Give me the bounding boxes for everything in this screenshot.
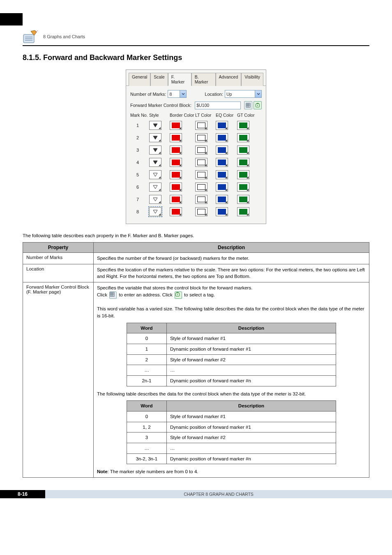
lt-color-picker[interactable] — [195, 170, 208, 179]
grid-headers: Mark No. Style Border Color LT Color EQ … — [130, 113, 262, 118]
style-picker[interactable] — [149, 121, 161, 130]
border-color-picker[interactable] — [170, 170, 182, 179]
mark-row: 5 — [130, 169, 262, 181]
gt-color-picker[interactable] — [237, 158, 249, 167]
color-swatch — [197, 147, 205, 153]
desc-fmcb: Specifies the variable that stores the c… — [94, 282, 369, 478]
tag-select-icon — [175, 291, 182, 299]
chevron-down-icon — [247, 189, 249, 191]
border-color-picker[interactable] — [170, 121, 182, 130]
style-picker[interactable] — [149, 158, 161, 167]
chevron-down-icon — [247, 164, 249, 166]
color-swatch — [218, 172, 226, 178]
mark-no: 2 — [130, 135, 149, 140]
gt-color-picker[interactable] — [237, 121, 249, 130]
footer-copyright: CHAPTER 8 GRAPH AND CHARTS — [45, 492, 392, 497]
fmcb-input[interactable]: $U100 — [195, 102, 241, 109]
border-color-picker[interactable] — [170, 183, 182, 192]
chevron-down-icon — [159, 164, 161, 166]
eq-color-picker[interactable] — [216, 133, 228, 142]
word-cell: 3 — [127, 432, 166, 443]
eq-color-picker[interactable] — [216, 195, 228, 204]
style-picker[interactable] — [149, 170, 161, 179]
chevron-down-icon — [179, 152, 181, 154]
chevron-down-icon — [205, 213, 207, 215]
gt-color-picker[interactable] — [237, 146, 249, 155]
page-number: 8-16 — [0, 491, 45, 497]
style-picker[interactable] — [149, 207, 161, 216]
desc-cell: Dynamic position of forward marker #1 — [166, 344, 336, 355]
location-combo[interactable]: Up — [225, 90, 262, 98]
lt-color-picker[interactable] — [195, 121, 208, 130]
chevron-down-icon — [179, 213, 181, 215]
eq-color-picker[interactable] — [216, 207, 228, 216]
gt-color-picker[interactable] — [237, 170, 249, 179]
tab-visibility[interactable]: Visibility — [241, 73, 263, 86]
chevron-down-icon[interactable] — [255, 90, 262, 98]
hdr-style: Style — [149, 113, 170, 118]
border-color-picker[interactable] — [170, 133, 182, 142]
desc-cell: … — [166, 365, 336, 376]
lt-color-picker[interactable] — [195, 158, 208, 167]
dialog-tabs: General Scale F. Marker B. Marker Advanc… — [126, 70, 266, 86]
gt-color-picker[interactable] — [237, 207, 249, 216]
tab-b-marker[interactable]: B. Marker — [191, 73, 216, 86]
eq-color-picker[interactable] — [216, 183, 228, 192]
mark-no: 3 — [130, 148, 149, 153]
tag-select-icon[interactable] — [254, 101, 262, 109]
inner-th-desc: Description — [166, 401, 336, 412]
desc-cell: Style of forward marker #1 — [166, 333, 336, 344]
tab-scale[interactable]: Scale — [150, 73, 168, 86]
style-picker[interactable] — [149, 133, 161, 142]
chevron-down-icon — [205, 139, 207, 141]
tab-general[interactable]: General — [129, 73, 150, 86]
svg-point-12 — [257, 105, 258, 106]
desc-num-marks: Specifies the number of the forward (or … — [94, 253, 369, 264]
lt-color-picker[interactable] — [195, 146, 208, 155]
hdr-border-color: Border Color — [170, 113, 195, 118]
mark-row: 4 — [130, 156, 262, 169]
color-swatch — [172, 135, 180, 141]
tab-f-marker[interactable]: F. Marker — [168, 73, 191, 86]
num-marks-value[interactable]: 8 — [168, 90, 180, 98]
table-row: 2Style of forward marker #2 — [127, 354, 336, 365]
mark-no: 5 — [130, 172, 149, 177]
inner-table-32bit: Word Description 0Style of forward marke… — [127, 400, 336, 464]
location-value[interactable]: Up — [225, 90, 255, 98]
eq-color-picker[interactable] — [216, 158, 228, 167]
eq-color-picker[interactable] — [216, 121, 228, 130]
inner-th-desc: Description — [166, 323, 336, 333]
eq-color-picker[interactable] — [216, 170, 228, 179]
keypad-icon[interactable] — [244, 101, 252, 109]
gt-color-picker[interactable] — [237, 195, 249, 204]
table-row: Number of Marks Specifies the number of … — [23, 253, 369, 264]
border-color-picker[interactable] — [170, 146, 182, 155]
gt-color-picker[interactable] — [237, 183, 249, 192]
fmcb-desc-pre: Specifies the variable that stores the c… — [97, 285, 252, 290]
lt-color-picker[interactable] — [195, 183, 208, 192]
lt-color-picker[interactable] — [195, 195, 208, 204]
tab-advanced[interactable]: Advanced — [216, 73, 242, 86]
inner-table-16bit: Word Description 0Style of forward marke… — [127, 323, 336, 386]
chevron-down-icon — [247, 176, 249, 178]
lt-color-picker[interactable] — [195, 207, 208, 216]
style-picker[interactable] — [149, 146, 161, 155]
chevron-down-icon — [179, 164, 181, 166]
num-marks-combo[interactable]: 8 — [168, 90, 187, 98]
color-swatch — [172, 209, 180, 215]
chevron-down-icon — [159, 139, 161, 141]
table-row: 1, 2Dynamic position of forward marker #… — [127, 422, 336, 432]
hdr-gt-color: GT Color — [237, 113, 258, 118]
chevron-down-icon — [247, 139, 249, 141]
keypad-icon — [109, 291, 117, 299]
border-color-picker[interactable] — [170, 207, 182, 216]
eq-color-picker[interactable] — [216, 146, 228, 155]
chevron-down-icon[interactable] — [180, 90, 187, 98]
gt-color-picker[interactable] — [237, 133, 249, 142]
style-picker[interactable] — [149, 183, 161, 192]
border-color-picker[interactable] — [170, 195, 182, 204]
border-color-picker[interactable] — [170, 158, 182, 167]
style-picker[interactable] — [149, 195, 161, 204]
lt-color-picker[interactable] — [195, 133, 208, 142]
word-cell: 2 — [127, 354, 166, 365]
